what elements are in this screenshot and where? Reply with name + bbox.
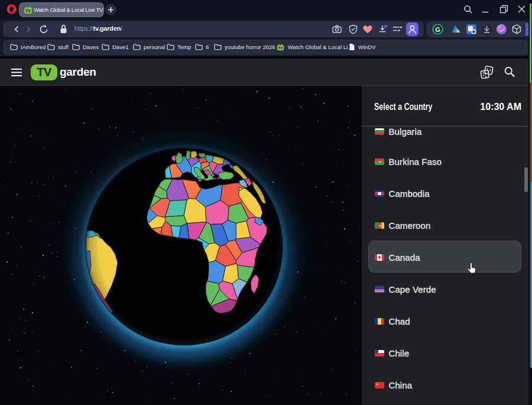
svg-text:TV: TV	[25, 9, 31, 13]
svg-text:G: G	[435, 26, 440, 33]
